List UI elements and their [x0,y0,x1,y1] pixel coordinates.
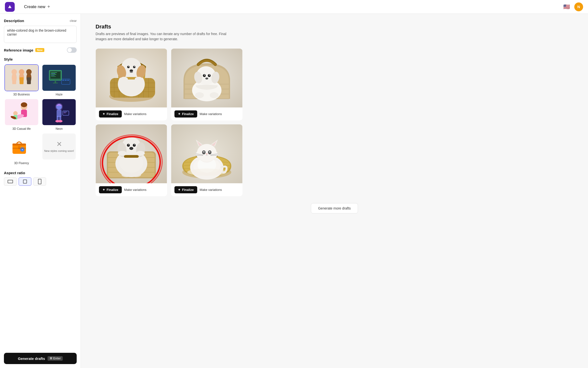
svg-point-90 [208,74,211,77]
description-header: Description clear [4,19,77,23]
finalize-button-2[interactable]: ✦ Finalize [174,110,197,118]
svg-point-23 [21,102,27,107]
aspect-tall-button[interactable] [33,177,46,186]
svg-point-4 [19,69,24,75]
style-thumb-3d-fluency: ✦ [4,133,39,160]
wand-icon-3: ✦ [102,188,105,192]
svg-rect-38 [63,113,66,113]
svg-point-120 [131,172,141,177]
svg-point-73 [135,77,143,82]
new-badge: New [35,48,44,52]
drafts-title: Drafts [96,24,573,30]
style-thumb-haze [42,64,76,91]
finalize-button-4[interactable]: ✦ Finalize [174,186,197,193]
user-avatar[interactable]: N [574,2,583,11]
clear-button[interactable]: clear [70,19,77,23]
finalize-button-1[interactable]: ✦ Finalize [99,110,122,118]
draft-card-3: ✦ Finalize Make variations [96,124,167,196]
svg-text:✦: ✦ [21,149,23,151]
svg-point-112 [128,144,129,145]
aspect-tall-icon [38,179,41,184]
3d-business-illustration [6,65,37,90]
svg-point-68 [128,66,129,67]
description-label: Description [4,19,24,23]
style-label-3d-casual: 3D Casual life [12,127,31,131]
style-label-haze: Haze [56,93,62,96]
draft-4-actions: ✦ Finalize Make variations [171,183,243,196]
style-label: Style [4,57,77,61]
style-item-3d-fluency[interactable]: ✦ 3D Fluency [4,133,39,165]
wand-icon-2: ✦ [178,112,181,116]
make-variations-button-1[interactable]: Make variations [124,112,147,116]
svg-rect-16 [55,80,56,83]
style-item-coming-soon: ✕ New styles coming soon! [42,133,77,165]
svg-rect-116 [124,155,139,158]
svg-point-69 [134,66,135,67]
svg-point-72 [120,77,128,82]
svg-rect-8 [27,77,31,84]
draft-image-4 [171,124,243,183]
svg-rect-2 [12,77,16,84]
main-layout: Description clear white-colored dog in t… [0,14,588,368]
aspect-square-icon [23,180,27,184]
top-navigation: Create new + 🇺🇸 N [0,0,588,14]
description-input[interactable]: white-colored dog in the brown-colored c… [4,26,77,43]
finalize-button-3[interactable]: ✦ Finalize [99,186,122,193]
generate-shortcut: ⌘ Enter [48,356,63,361]
drafts-grid: ✦ Finalize Make variations [96,49,243,196]
neon-illustration [43,100,75,124]
plus-icon: + [47,4,50,10]
wand-icon-4: ✦ [178,188,181,192]
style-item-haze[interactable]: Haze [42,64,77,96]
make-variations-button-3[interactable]: Make variations [124,188,147,192]
aspect-wide-icon [8,180,13,183]
svg-point-1 [12,69,17,75]
svg-line-145 [210,155,218,156]
app-logo[interactable] [5,2,15,12]
style-label-3d-fluency: 3D Fluency [14,161,29,165]
svg-point-95 [210,92,219,98]
make-variations-button-2[interactable]: Make variations [200,112,222,116]
svg-point-113 [134,144,135,145]
svg-point-146 [187,169,226,176]
style-grid: 3D Business [4,64,77,165]
svg-point-110 [127,144,130,147]
wand-icon-1: ✦ [102,112,105,116]
draft-illustration-3 [96,124,167,183]
style-thumb-neon [42,99,76,126]
svg-point-34 [58,120,62,122]
svg-point-92 [209,75,210,76]
svg-rect-17 [53,83,58,83]
draft-card-2: ✦ Finalize Make variations [171,49,243,120]
generate-drafts-button[interactable]: Generate drafts ⌘ Enter [4,353,77,364]
flag-icon[interactable]: 🇺🇸 [563,3,570,11]
create-new-button[interactable]: Create new + [21,2,54,11]
draft-3-actions: ✦ Finalize Make variations [96,183,167,196]
reference-image-row: Reference image New [4,47,77,53]
draft-2-actions: ✦ Finalize Make variations [171,107,243,120]
svg-point-139 [203,151,205,153]
style-label-3d-business: 3D Business [13,93,30,96]
svg-rect-13 [51,74,56,75]
aspect-wide-button[interactable] [4,177,17,186]
svg-point-119 [122,172,131,177]
aspect-square-button[interactable] [19,177,31,186]
svg-rect-40 [12,144,26,145]
make-variations-button-4[interactable]: Make variations [200,188,222,192]
style-thumb-coming-soon: ✕ New styles coming soon! [42,133,76,160]
generate-more-button[interactable]: Generate more drafts [311,203,358,213]
generate-btn-label: Generate drafts [18,356,45,361]
haze-illustration [43,66,75,90]
style-item-neon[interactable]: Neon [42,99,77,131]
reference-image-toggle[interactable] [67,47,77,53]
svg-rect-19 [62,80,64,81]
draft-card-4: ✦ Finalize Make variations [171,124,243,196]
fluency-illustration: ✦ [6,134,37,159]
svg-rect-5 [20,77,24,84]
svg-rect-37 [63,112,67,112]
svg-point-93 [205,78,208,79]
svg-rect-20 [65,80,67,81]
style-item-3d-casual[interactable]: 3D Casual life [4,99,39,131]
style-item-3d-business[interactable]: 3D Business [4,64,39,96]
style-thumb-3d-business [4,64,39,91]
